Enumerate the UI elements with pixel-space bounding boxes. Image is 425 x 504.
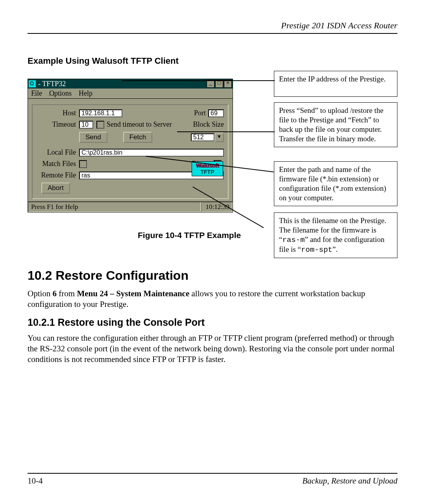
- send-timeout-checkbox[interactable]: [96, 121, 104, 129]
- callout-ip: Enter the IP address of the Prestige.: [274, 71, 397, 97]
- menu-bar: File Options Help: [28, 89, 233, 99]
- menu-help[interactable]: Help: [79, 89, 92, 98]
- matchfiles-checkbox[interactable]: [79, 160, 87, 168]
- localfile-label: Local File: [37, 148, 79, 157]
- status-bar: Press F1 for Help 10:12:39: [28, 201, 233, 212]
- port-input[interactable]: [208, 109, 224, 117]
- blocksize-dropdown-icon[interactable]: ▼: [214, 133, 224, 142]
- callout-send-fetch: Press “Send” to upload /restore the file…: [274, 102, 397, 147]
- subsection-heading: 10.2.1 Restore using the Console Port: [28, 317, 397, 328]
- figure-tftp-example: - TFTP32 _ □ × File Options Help Host Po…: [28, 68, 397, 257]
- host-label: Host: [37, 109, 79, 117]
- section-heading: 10.2 Restore Configuration: [28, 268, 397, 283]
- minimize-button[interactable]: _: [207, 80, 214, 88]
- running-head: Prestige 201 ISDN Access Router: [28, 20, 397, 34]
- leader-line: [177, 131, 275, 132]
- status-text: Press F1 for Help: [28, 202, 201, 212]
- page-footer: 10-4 Backup, Restore and Upload: [28, 473, 397, 486]
- page-number: 10-4: [28, 476, 43, 486]
- figure-caption: Figure 10-4 TFTP Example: [138, 231, 241, 240]
- app-icon: [29, 80, 36, 87]
- abort-button[interactable]: Abort: [41, 183, 70, 194]
- matchfiles-label: Match Files: [37, 160, 79, 168]
- body-paragraph: Option 6 from Menu 24 – System Maintenan…: [28, 288, 397, 310]
- body-paragraph: You can restore the configuration either…: [28, 333, 397, 365]
- window-title: - TFTP32: [38, 80, 66, 88]
- example-heading: Example Using Walusoft TFTP Client: [28, 56, 397, 66]
- callout-local-file: Enter the path and name of the firmware …: [274, 161, 397, 206]
- close-button[interactable]: ×: [224, 80, 232, 88]
- timeout-label: Timeout: [37, 120, 79, 129]
- fetch-button[interactable]: Fetch: [123, 132, 153, 143]
- blocksize-input[interactable]: [191, 133, 214, 141]
- send-button[interactable]: Send: [79, 132, 107, 143]
- port-label: Port: [194, 109, 206, 117]
- blocksize-label: Block Size: [193, 120, 224, 129]
- leader-line: [122, 80, 275, 81]
- callout-remote-file: This is the filename on the Prestige. Th…: [274, 212, 397, 258]
- menu-options[interactable]: Options: [49, 89, 72, 98]
- localfile-input[interactable]: [79, 149, 224, 157]
- logo-line2: TFTP: [193, 169, 222, 175]
- send-timeout-label: Send timeout to Server: [107, 120, 172, 129]
- host-input[interactable]: [79, 109, 122, 117]
- menu-file[interactable]: File: [31, 89, 42, 98]
- remotefile-label: Remote File: [37, 171, 79, 179]
- timeout-input[interactable]: [79, 121, 93, 129]
- footer-section: Backup, Restore and Upload: [302, 476, 397, 486]
- maximize-button[interactable]: □: [215, 80, 223, 88]
